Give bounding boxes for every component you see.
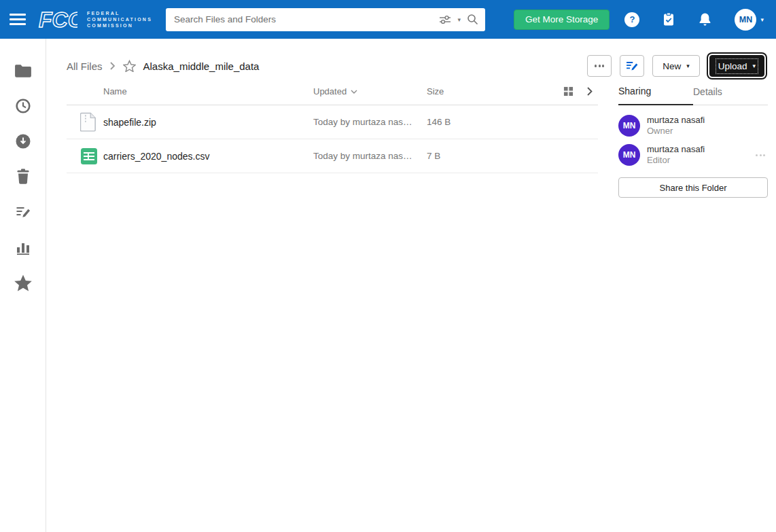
clock-icon	[15, 98, 31, 114]
logo-line-2: Communications	[87, 17, 152, 22]
sidebar-item-offline[interactable]	[15, 132, 31, 150]
collapse-panel-button[interactable]	[587, 87, 593, 96]
fcc-logo-letters: FCC	[39, 7, 77, 32]
grid-view-icon	[563, 86, 574, 96]
download-circle-icon	[15, 133, 31, 149]
file-name[interactable]: carriers_2020_nodes.csv	[103, 151, 313, 162]
panel-tabs: Sharing Details	[618, 78, 768, 105]
search-bar: ▾	[166, 8, 485, 31]
collaborator-role: Owner	[647, 126, 705, 137]
breadcrumb-all-files-link[interactable]: All Files	[67, 60, 103, 72]
sidebar	[0, 39, 46, 532]
sidebar-item-favorites[interactable]	[14, 274, 33, 291]
column-header-updated[interactable]: Updated	[313, 86, 427, 96]
barchart-icon	[16, 240, 31, 255]
fcc-logo-icon: FCC	[38, 7, 77, 33]
trash-icon	[16, 169, 31, 185]
action-toolbar: New ▾ Upload ▾	[587, 55, 768, 77]
account-caret-down-icon: ▾	[760, 16, 764, 23]
avatar: MN	[735, 9, 756, 31]
panel-chevron-right-icon	[587, 87, 593, 96]
sidebar-item-insights[interactable]	[16, 238, 31, 256]
tab-details[interactable]: Details	[693, 78, 768, 105]
file-size: 146 B	[427, 117, 598, 127]
tab-sharing[interactable]: Sharing	[618, 78, 693, 105]
sort-caret-down-icon	[351, 90, 357, 94]
notifications-button[interactable]	[698, 12, 712, 27]
collaborator-name: murtaza nasafi	[647, 144, 705, 155]
collaborator-avatar: MN	[618, 115, 640, 137]
new-caret-down-icon: ▾	[686, 63, 690, 69]
sidebar-item-recents[interactable]	[15, 97, 31, 115]
account-menu-button[interactable]: MN ▾	[735, 9, 764, 31]
sidebar-item-trash[interactable]	[16, 168, 31, 185]
favorite-star-toggle-icon[interactable]	[123, 60, 136, 72]
topbar-actions: ? MN ▾	[624, 9, 764, 31]
grid-view-button[interactable]	[563, 86, 574, 96]
upload-caret-down-icon: ▾	[752, 63, 756, 69]
collaborator-role: Editor	[647, 155, 705, 166]
hamburger-menu-icon[interactable]	[10, 11, 30, 29]
search-icon[interactable]	[467, 14, 478, 25]
collaborator-row: MN murtaza nasafi Editor	[618, 144, 768, 166]
column-header-name[interactable]: Name	[103, 86, 313, 96]
collaborator-row: MN murtaza nasafi Owner	[618, 115, 768, 137]
help-button[interactable]: ?	[624, 12, 639, 27]
collaborator-list: MN murtaza nasafi Owner MN murtaza nasaf…	[618, 105, 768, 166]
more-options-button[interactable]	[587, 55, 612, 77]
get-more-storage-button[interactable]: Get More Storage	[514, 10, 610, 30]
logo-line-3: Commission	[87, 23, 152, 28]
table-row[interactable]: carriers_2020_nodes.csv Today by murtaza…	[67, 139, 598, 173]
table-row[interactable]: shapefile.zip Today by murtaza nas… 146 …	[67, 105, 598, 139]
collaborator-name: murtaza nasafi	[647, 115, 705, 126]
sharing-panel: Sharing Details MN murtaza nasafi Owner …	[618, 78, 768, 532]
sign-pen-icon	[625, 59, 639, 73]
breadcrumb: All Files Alaska_middle_mile_data	[67, 60, 259, 72]
sidebar-item-sign[interactable]	[15, 203, 31, 221]
clipboard-button[interactable]	[662, 12, 675, 26]
file-updated: Today by murtaza nas…	[313, 117, 427, 127]
file-name[interactable]: shapefile.zip	[103, 117, 313, 128]
logo-line-1: Federal	[87, 11, 152, 16]
search-filter-caret-icon[interactable]: ▾	[457, 16, 461, 23]
bell-icon	[698, 12, 712, 27]
help-icon: ?	[624, 12, 639, 27]
folder-icon	[14, 64, 32, 78]
upload-button[interactable]: Upload ▾	[709, 55, 764, 77]
file-updated: Today by murtaza nas…	[313, 151, 427, 161]
share-this-folder-button[interactable]: Share this Folder	[618, 177, 768, 198]
breadcrumb-row: All Files Alaska_middle_mile_data	[46, 54, 776, 78]
search-input[interactable]	[174, 14, 433, 24]
chevron-right-icon	[110, 62, 116, 70]
new-button[interactable]: New ▾	[652, 55, 700, 77]
filter-sliders-icon[interactable]	[439, 15, 451, 24]
new-button-label: New	[663, 61, 681, 71]
file-list: Name Updated Size	[67, 78, 598, 532]
csv-file-icon	[80, 147, 98, 165]
collaborator-avatar: MN	[618, 144, 640, 166]
file-list-header: Name Updated Size	[67, 78, 598, 105]
sidebar-item-all-files[interactable]	[14, 62, 32, 79]
fcc-logo: FCC Federal Communications Commission	[38, 7, 152, 33]
upload-button-label: Upload	[718, 61, 747, 71]
file-size: 7 B	[427, 151, 598, 161]
zip-file-icon	[80, 112, 96, 132]
topbar: FCC Federal Communications Commission ▾ …	[0, 0, 776, 39]
sign-request-button[interactable]	[620, 55, 644, 77]
folder-title: Alaska_middle_mile_data	[143, 60, 260, 72]
clipboard-icon	[662, 12, 675, 26]
more-options-icon	[595, 65, 597, 67]
sign-icon	[15, 204, 31, 220]
fcc-logo-text: Federal Communications Commission	[87, 11, 152, 28]
star-icon	[14, 274, 33, 292]
collaborator-options-icon[interactable]	[753, 152, 768, 159]
